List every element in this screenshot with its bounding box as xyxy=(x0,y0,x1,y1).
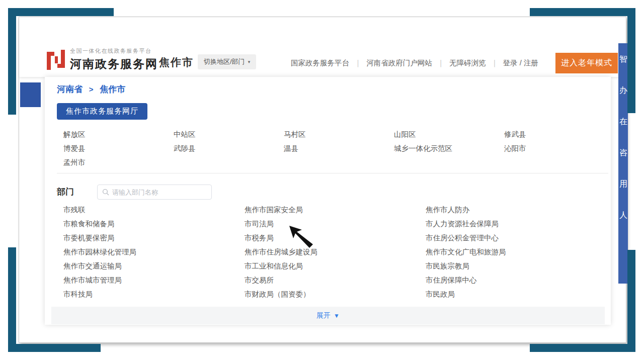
expand-label: 展开 xyxy=(316,311,331,320)
link-national-platform[interactable]: 国家政务服务平台 xyxy=(291,58,349,68)
switch-region-button[interactable]: 切换地区/部门 ▾ xyxy=(198,54,256,69)
link-separator: ｜ xyxy=(354,58,361,68)
district-item[interactable]: 修武县 xyxy=(498,127,608,141)
frame-bar xyxy=(530,8,635,16)
elder-mode-button[interactable]: 进入老年模式 xyxy=(555,53,618,73)
district-item[interactable]: 山阳区 xyxy=(387,127,498,141)
department-item[interactable]: 市工业和信息化局 xyxy=(238,259,419,273)
frame-bar xyxy=(530,344,635,352)
search-icon xyxy=(102,189,109,196)
link-accessibility[interactable]: 无障碍浏览 xyxy=(449,58,486,68)
switch-region-label: 切换地区/部门 xyxy=(204,57,245,66)
district-item[interactable]: 马村区 xyxy=(277,127,387,141)
district-list: 解放区 中站区 马村区 山阳区 修武县 博爱县 武陟县 温县 城乡一体化示范区 … xyxy=(57,127,608,169)
link-separator: ｜ xyxy=(437,58,444,68)
breadcrumb-city[interactable]: 焦作市 xyxy=(100,84,125,94)
ribbon-char: 办 xyxy=(619,86,628,95)
district-item[interactable]: 温县 xyxy=(277,141,387,155)
department-item[interactable]: 焦作市交通运输局 xyxy=(57,259,238,273)
ribbon-char: 用 xyxy=(619,180,628,188)
department-item[interactable]: 市税务局 xyxy=(238,231,419,245)
breadcrumb: 河南省 > 焦作市 xyxy=(57,83,125,95)
district-item[interactable]: 博爱县 xyxy=(57,141,167,155)
link-province-portal[interactable]: 河南省政府门户网站 xyxy=(366,58,432,68)
screen: 全国一体化在线政务服务平台 河南政务服务网 焦作市 切换地区/部门 ▾ 国家政务… xyxy=(0,0,644,362)
department-search-input[interactable] xyxy=(112,189,207,196)
department-item[interactable]: 市残联 xyxy=(57,203,238,217)
department-item[interactable]: 市委机要保密局 xyxy=(57,231,238,245)
department-item[interactable]: 市粮食和储备局 xyxy=(57,217,238,231)
gov-seal-icon xyxy=(45,48,66,72)
frame-bar xyxy=(8,8,114,16)
department-item[interactable]: 焦作市住房城乡建设局 xyxy=(238,245,419,259)
department-item[interactable]: 市财政局（国资委） xyxy=(238,287,419,301)
breadcrumb-province[interactable]: 河南省 xyxy=(57,84,83,94)
department-item[interactable]: 焦作市城市管理局 xyxy=(57,273,238,287)
department-item[interactable]: 焦作市文化广电和旅游局 xyxy=(419,245,600,259)
breadcrumb-separator: > xyxy=(89,85,94,94)
frame-bar xyxy=(627,250,635,352)
district-item[interactable]: 沁阳市 xyxy=(498,141,608,155)
department-item[interactable]: 市科技局 xyxy=(57,287,238,301)
frame-bar xyxy=(8,247,16,352)
ribbon-char: 咨 xyxy=(619,149,628,157)
platform-tagline: 全国一体化在线政务服务平台 xyxy=(70,47,158,55)
logo-text: 全国一体化在线政务服务平台 河南政务服务网 xyxy=(70,47,158,72)
department-item[interactable]: 市人力资源社会保障局 xyxy=(419,217,600,231)
district-item[interactable]: 孟州市 xyxy=(57,155,167,169)
site-logo-link[interactable]: 全国一体化在线政务服务平台 河南政务服务网 xyxy=(45,47,158,72)
department-item[interactable]: 市交易所 xyxy=(238,273,419,287)
banner-fragment xyxy=(20,82,41,107)
region-dropdown-panel: 河南省 > 焦作市 焦作市政务服务网厅 解放区 中站区 马村区 山阳区 修武县 … xyxy=(45,77,611,325)
ribbon-char: 在 xyxy=(619,118,628,126)
ribbon-char: 人 xyxy=(619,211,628,219)
floating-sidebar-ribbon[interactable]: 智 办 在 咨 用 人 xyxy=(618,43,628,284)
district-item[interactable]: 解放区 xyxy=(57,127,167,141)
city-service-hall-button[interactable]: 焦作市政务服务网厅 xyxy=(57,103,147,120)
section-divider xyxy=(57,173,608,173)
district-item[interactable]: 城乡一体化示范区 xyxy=(387,141,498,155)
caret-down-icon: ▾ xyxy=(248,59,251,64)
department-item[interactable]: 焦作市国家安全局 xyxy=(238,203,419,217)
header-links: 国家政务服务平台 ｜ 河南省政府门户网站 ｜ 无障碍浏览 ｜ 登录 / 注册 xyxy=(291,58,538,68)
expand-button[interactable]: 展开 ▼ xyxy=(51,307,605,324)
chevron-down-icon: ▼ xyxy=(334,312,340,319)
department-item[interactable]: 市住房公积金管理中心 xyxy=(419,231,600,245)
frame-bar xyxy=(627,8,635,113)
department-section-label: 部门 xyxy=(57,185,74,200)
site-header: 全国一体化在线政务服务平台 河南政务服务网 焦作市 切换地区/部门 ▾ 国家政务… xyxy=(19,17,626,77)
department-item[interactable]: 市民族宗教局 xyxy=(419,259,600,273)
department-item[interactable]: 焦作市人防办 xyxy=(419,203,600,217)
link-separator: ｜ xyxy=(491,58,498,68)
department-search xyxy=(97,185,212,200)
page-card: 全国一体化在线政务服务平台 河南政务服务网 焦作市 切换地区/部门 ▾ 国家政务… xyxy=(19,17,626,343)
department-item[interactable]: 市住房保障中心 xyxy=(419,273,600,287)
department-item[interactable]: 市民政局 xyxy=(419,287,600,301)
department-item-target[interactable]: 市司法局 xyxy=(238,217,419,231)
ribbon-char: 智 xyxy=(619,55,628,63)
site-title: 河南政务服务网 xyxy=(70,56,158,72)
department-list: 市残联 市粮食和储备局 市委机要保密局 焦作市园林绿化管理局 焦作市交通运输局 … xyxy=(57,203,600,301)
cursor-arrow-icon xyxy=(289,225,320,248)
link-login-register[interactable]: 登录 / 注册 xyxy=(503,58,538,68)
frame-bar xyxy=(8,8,16,115)
frame-bar xyxy=(8,344,101,352)
department-item[interactable]: 焦作市园林绿化管理局 xyxy=(57,245,238,259)
district-item[interactable]: 武陟县 xyxy=(167,141,277,155)
current-city-label: 焦作市 xyxy=(159,55,194,69)
district-item[interactable]: 中站区 xyxy=(167,127,277,141)
